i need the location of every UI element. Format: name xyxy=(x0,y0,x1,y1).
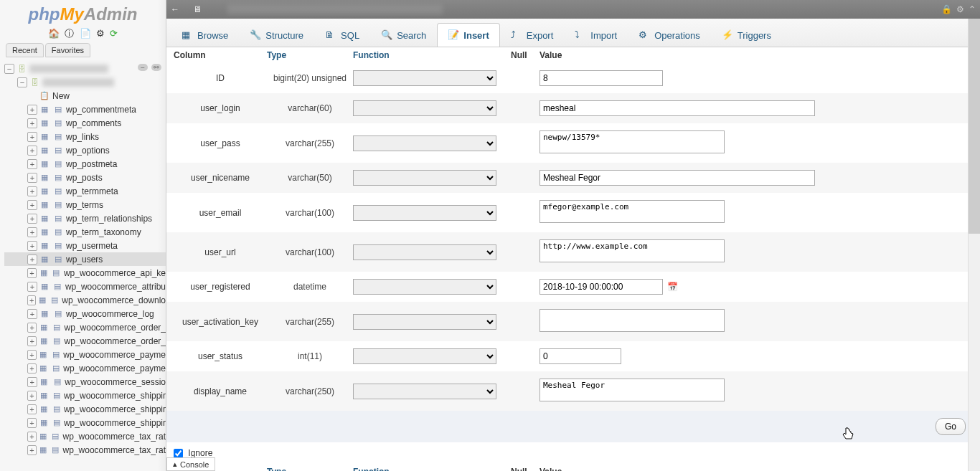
browse-icon[interactable]: ▦ xyxy=(38,336,49,347)
browse-icon[interactable]: ▦ xyxy=(39,376,50,388)
function-select[interactable] xyxy=(353,348,496,364)
lock-icon[interactable]: 🔒 xyxy=(941,4,952,14)
tab-browse[interactable]: ▦Browse xyxy=(171,23,239,47)
tree-table[interactable]: +▦▤wp_woocommerce_shippir xyxy=(4,416,166,429)
tree-table[interactable]: +▦▤wp_woocommerce_attribu xyxy=(4,280,166,293)
value-textarea[interactable] xyxy=(540,309,725,332)
value-input[interactable] xyxy=(540,70,663,86)
tab-search[interactable]: 🔍Search xyxy=(370,23,437,47)
browse-icon[interactable]: ▦ xyxy=(39,172,50,184)
tree-table[interactable]: +▦▤wp_termmeta xyxy=(4,184,166,198)
tree-table[interactable]: +▦▤wp_woocommerce_log xyxy=(4,307,166,320)
calendar-icon[interactable]: 📅 xyxy=(667,282,679,293)
tree-table[interactable]: +▦▤wp_term_taxonomy xyxy=(4,225,166,239)
browse-icon[interactable]: ▦ xyxy=(38,431,48,442)
value-input[interactable] xyxy=(540,100,815,116)
scrollbar-thumb[interactable] xyxy=(969,19,980,234)
function-select[interactable] xyxy=(353,205,496,221)
tree-table[interactable]: +▦▤wp_woocommerce_order_ xyxy=(4,334,166,348)
tree-table[interactable]: +▦▤wp_users xyxy=(4,252,166,266)
tree-table[interactable]: +▦▤wp_woocommerce_sessio xyxy=(4,375,166,389)
tree-table[interactable]: +▦▤wp_links xyxy=(4,130,166,143)
tab-insert[interactable]: 📝Insert xyxy=(437,23,499,47)
tree-database[interactable]: − 🗄 xyxy=(4,75,166,89)
logo[interactable]: phpMyAdmin xyxy=(0,0,166,26)
value-input[interactable] xyxy=(540,170,815,186)
nav-tree[interactable]: − 🗄 − 🗄 . 📋 New +▦▤wp_commentmeta+▦▤wp_c… xyxy=(0,57,166,459)
collapse-top-icon[interactable]: ⌃ xyxy=(969,4,976,14)
tab-export[interactable]: ⤴Export xyxy=(500,23,565,47)
console-toggle[interactable]: ▴ Console xyxy=(166,457,215,471)
tree-table[interactable]: +▦▤wp_options xyxy=(4,143,166,157)
browse-icon[interactable]: ▦ xyxy=(39,240,50,252)
value-textarea[interactable]: mfegor@example.com xyxy=(540,200,725,223)
sidebar-tab-recent[interactable]: Recent xyxy=(6,43,44,57)
browse-icon[interactable]: ▦ xyxy=(39,131,50,143)
tree-table[interactable]: +▦▤wp_usermeta xyxy=(4,239,166,252)
browse-icon[interactable]: ▦ xyxy=(38,390,49,401)
tab-triggers[interactable]: ⚡Triggers xyxy=(711,23,782,47)
settings-top-icon[interactable]: ⚙ xyxy=(956,4,964,14)
scrollbar[interactable] xyxy=(968,19,980,471)
nav-toggle-icon[interactable]: ← xyxy=(171,4,179,14)
tree-table[interactable]: +▦▤wp_term_relationships xyxy=(4,211,166,225)
browse-icon[interactable]: ▦ xyxy=(39,199,50,211)
value-textarea[interactable]: Mesheal Fegor xyxy=(540,379,725,401)
logout-icon[interactable]: ⓘ xyxy=(65,27,74,40)
value-textarea[interactable]: http://www.example.com xyxy=(540,239,725,262)
tree-table[interactable]: +▦▤wp_woocommerce_tax_rat xyxy=(4,443,166,457)
tree-table[interactable]: +▦▤wp_woocommerce_order_ xyxy=(4,320,166,334)
browse-icon[interactable]: ▦ xyxy=(39,158,50,170)
tree-table[interactable]: +▦▤wp_commentmeta xyxy=(4,103,166,116)
browse-icon[interactable]: ▦ xyxy=(38,417,49,429)
tree-table[interactable]: +▦▤wp_postmeta xyxy=(4,157,166,171)
function-select[interactable] xyxy=(353,135,496,151)
link-icon[interactable]: ⚯ xyxy=(151,64,161,71)
tree-table[interactable]: +▦▤wp_woocommerce_payme xyxy=(4,348,166,361)
tree-new[interactable]: . 📋 New xyxy=(4,89,166,103)
function-select[interactable] xyxy=(353,244,496,260)
browse-icon[interactable]: ▦ xyxy=(38,267,49,279)
home-icon[interactable]: 🏠 xyxy=(48,28,60,39)
browse-icon[interactable]: ▦ xyxy=(39,118,50,129)
browse-icon[interactable]: ▦ xyxy=(38,363,49,374)
sidebar-tab-favorites[interactable]: Favorites xyxy=(45,43,90,57)
browse-icon[interactable]: ▦ xyxy=(39,308,50,320)
value-textarea[interactable]: newpw/13579* xyxy=(540,130,725,153)
go-button[interactable]: Go xyxy=(936,418,966,435)
settings-icon[interactable]: ⚙ xyxy=(96,28,105,39)
tab-operations[interactable]: ⚙Operations xyxy=(628,23,711,47)
tab-structure[interactable]: 🔧Structure xyxy=(239,23,314,47)
browse-icon[interactable]: ▦ xyxy=(38,444,48,456)
browse-icon[interactable]: ▦ xyxy=(39,227,50,238)
browse-icon[interactable]: ▦ xyxy=(39,104,50,115)
tab-import[interactable]: ⤵Import xyxy=(564,23,628,47)
browse-icon[interactable]: ▦ xyxy=(39,145,50,156)
browse-icon[interactable]: ▦ xyxy=(39,254,50,265)
tree-table[interactable]: +▦▤wp_woocommerce_tax_rat xyxy=(4,429,166,443)
function-select[interactable] xyxy=(353,70,496,86)
function-select[interactable] xyxy=(353,384,496,399)
reload-icon[interactable]: ⟳ xyxy=(110,28,118,39)
tree-table[interactable]: +▦▤wp_posts xyxy=(4,171,166,184)
header-type[interactable]: Type xyxy=(267,50,353,60)
tree-table[interactable]: +▦▤wp_woocommerce_shippir xyxy=(4,402,166,416)
server-icon[interactable]: 🖥 xyxy=(193,4,202,14)
browse-icon[interactable]: ▦ xyxy=(38,349,49,361)
function-select[interactable] xyxy=(353,314,496,330)
tab-sql[interactable]: 🗎SQL xyxy=(314,23,370,47)
function-select[interactable] xyxy=(353,100,496,116)
tree-table[interactable]: +▦▤wp_woocommerce_api_ke xyxy=(4,266,166,280)
value-input[interactable] xyxy=(540,348,621,364)
function-select[interactable] xyxy=(353,279,496,295)
tree-table[interactable]: +▦▤wp_woocommerce_shippir xyxy=(4,389,166,402)
tree-table[interactable]: +▦▤wp_terms xyxy=(4,198,166,211)
browse-icon[interactable]: ▦ xyxy=(39,281,50,292)
browse-icon[interactable]: ▦ xyxy=(38,322,49,333)
tree-table[interactable]: +▦▤wp_comments xyxy=(4,116,166,130)
value-input[interactable] xyxy=(540,279,663,295)
collapse-icon[interactable]: – xyxy=(138,64,148,71)
docs-icon[interactable]: 📄 xyxy=(80,28,91,39)
tree-table[interactable]: +▦▤wp_woocommerce_downlo xyxy=(4,293,166,307)
browse-icon[interactable]: ▦ xyxy=(39,186,50,197)
